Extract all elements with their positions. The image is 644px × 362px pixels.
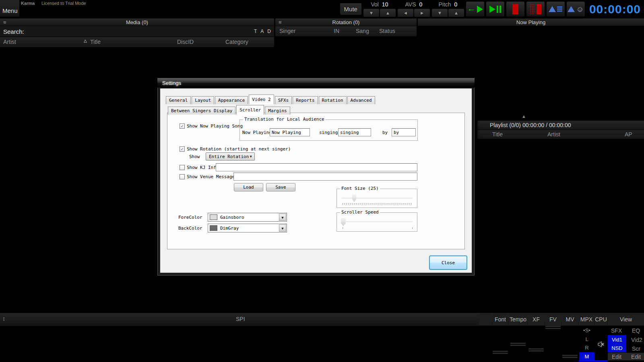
singing-input[interactable]: singing <box>338 128 371 136</box>
rotation-scope-select[interactable]: Entire Rotation ▼ <box>206 152 255 160</box>
view-sfx-option[interactable]: SFX <box>611 327 622 334</box>
search-input[interactable] <box>24 26 254 37</box>
tab-reports[interactable]: Reports <box>293 96 318 104</box>
mpx-mono-option-selected[interactable]: M <box>579 352 594 361</box>
mpx-button[interactable]: MPX <box>579 313 594 325</box>
mpx-right-option[interactable]: R <box>579 345 594 351</box>
show-now-playing-song-checkbox[interactable]: ✓ <box>180 123 185 129</box>
column-ap[interactable]: AP <box>625 131 632 138</box>
spacer-button[interactable] <box>479 313 492 325</box>
view-nsd-option-selected[interactable]: NSD <box>608 344 626 352</box>
play-pause-button[interactable] <box>486 2 504 16</box>
mute-button[interactable]: Mute <box>340 3 361 15</box>
stop-after-current-button[interactable] <box>526 2 545 16</box>
translation-group-label: Translation for Local Audience <box>243 117 326 122</box>
view-button[interactable]: View <box>608 313 644 325</box>
font-fader-button[interactable]: Font <box>493 313 508 325</box>
scroller-speed-slider-track[interactable] <box>342 222 413 222</box>
vol-down-button[interactable]: ▼ <box>363 9 379 17</box>
view-scr-option[interactable]: Scr <box>632 346 640 352</box>
close-button[interactable]: Close <box>429 255 467 270</box>
restart-play-button[interactable]: ← <box>466 2 484 16</box>
tab-appearance[interactable]: Appearance <box>215 96 248 104</box>
chevron-down-icon: ▼ <box>250 154 252 158</box>
xf-fader-handle[interactable] <box>528 348 544 352</box>
tab-video2[interactable]: Video 2 <box>249 95 274 104</box>
pitch-up-button[interactable]: ▲ <box>448 9 464 17</box>
mv-fader-handle[interactable] <box>562 355 578 358</box>
fv-fader-button[interactable]: FV <box>545 313 561 325</box>
column-in[interactable]: IN <box>334 28 339 34</box>
filter-artist-button[interactable]: A <box>260 29 264 34</box>
tab-sfxs[interactable]: SFXs <box>275 96 292 104</box>
show-kj-info-checkbox[interactable] <box>180 165 185 170</box>
tempo-fader-handle[interactable] <box>510 343 526 346</box>
speaker-muted-icon[interactable] <box>598 341 604 348</box>
avs-left-button[interactable]: ◄ <box>398 9 413 17</box>
dialog-titlebar[interactable]: Settings <box>157 78 475 88</box>
mpx-stereo-option[interactable]: •S• <box>579 327 594 333</box>
subtab-scroller[interactable]: Scroller <box>236 105 264 115</box>
backcolor-drop-button[interactable]: ▼ <box>279 224 286 232</box>
tab-rotation[interactable]: Rotation <box>319 96 347 104</box>
pitch-down-button[interactable]: ▼ <box>432 9 448 17</box>
mpx-left-option[interactable]: L <box>579 336 594 342</box>
hamburger-icon[interactable]: ≡ <box>279 19 282 25</box>
edit-left-button[interactable]: Edit <box>612 354 621 360</box>
column-title[interactable]: Title <box>492 131 503 138</box>
filter-discid-button[interactable]: D <box>267 29 271 34</box>
playlist-collapse-icon[interactable]: ▲ <box>522 114 526 119</box>
view-eq-option[interactable]: EQ <box>632 327 640 334</box>
next-singer-button[interactable] <box>547 2 565 16</box>
by-input[interactable]: by <box>392 128 416 136</box>
load-button[interactable]: Load <box>234 183 263 191</box>
now-playing-input[interactable]: Now Playing <box>270 128 310 136</box>
show-venue-message-label: Show Venue Message <box>187 174 235 179</box>
resize-updown-icon[interactable]: ↕ <box>2 315 5 322</box>
xf-fader-button[interactable]: XF <box>528 313 544 325</box>
filter-title-button[interactable]: T <box>254 29 257 34</box>
sort-asc-icon: △ <box>84 39 87 43</box>
forecolor-drop-button[interactable]: ▼ <box>279 214 286 221</box>
tempo-fader-button[interactable]: Tempo <box>509 313 527 325</box>
show-field-label: Show <box>189 154 200 159</box>
column-discid[interactable]: DiscID <box>177 39 194 45</box>
column-artist[interactable]: Artist <box>547 131 560 138</box>
show-rotation-checkbox[interactable]: ✓ <box>180 146 185 152</box>
backcolor-select[interactable]: DimGray ▼ <box>208 224 287 232</box>
vol-up-button[interactable]: ▲ <box>380 9 396 17</box>
column-category[interactable]: Category <box>225 39 248 45</box>
transport-cluster: Mute Vol 10 ▼ ▲ AVS 0 ◄ ► Pitch <box>340 0 643 18</box>
fade-pattern-icon <box>530 4 535 14</box>
column-artist[interactable]: Artist <box>3 39 16 45</box>
tab-layout[interactable]: Layout <box>192 96 214 104</box>
font-size-slider-ticks <box>343 203 413 205</box>
menu-button[interactable]: Menu <box>0 0 19 16</box>
stop-button[interactable] <box>506 2 524 16</box>
cpu-button[interactable]: CPU <box>595 313 607 325</box>
edit-right-button[interactable]: Edit <box>631 354 641 360</box>
scroller-speed-slider-thumb[interactable] <box>341 218 346 226</box>
venue-message-input[interactable] <box>233 173 417 181</box>
tab-advanced[interactable]: Advanced <box>347 96 375 104</box>
column-sang[interactable]: Sang <box>356 28 369 34</box>
singer-screen-button[interactable]: ☺ <box>567 2 585 16</box>
column-status[interactable]: Status <box>379 28 395 34</box>
show-venue-message-checkbox[interactable] <box>180 174 185 179</box>
view-vid2-option[interactable]: Vid2 <box>631 337 642 343</box>
forecolor-select[interactable]: Gainsboro ▼ <box>208 213 287 222</box>
subtab-margins[interactable]: Margins <box>265 107 290 115</box>
column-singer[interactable]: Singer <box>279 28 295 34</box>
view-vid1-option-selected[interactable]: Vid1 <box>608 335 626 344</box>
hamburger-icon[interactable]: ≡ <box>3 19 6 25</box>
column-title[interactable]: Title <box>90 39 101 45</box>
fv-fader-handle[interactable] <box>545 326 561 329</box>
font-fader-handle[interactable] <box>493 351 508 354</box>
kj-info-input[interactable] <box>216 163 417 171</box>
save-button[interactable]: Save <box>266 183 295 191</box>
avs-right-button[interactable]: ► <box>414 9 430 17</box>
font-size-slider-thumb[interactable] <box>352 195 356 202</box>
subtab-between-singers[interactable]: Between Singers Display <box>168 107 235 115</box>
tab-general[interactable]: General <box>166 96 191 104</box>
mv-fader-button[interactable]: MV <box>562 313 578 325</box>
